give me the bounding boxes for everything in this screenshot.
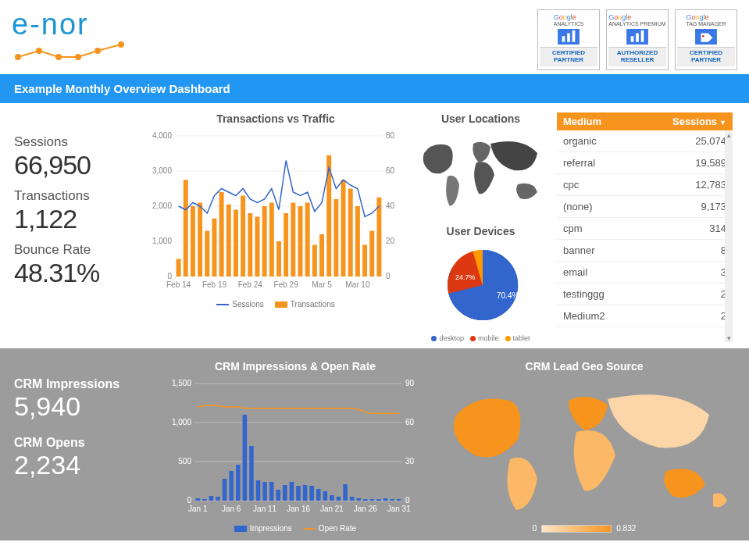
badge-analytics-partner: Google ANALYTICS CERTIFIEDPARTNER: [537, 9, 600, 70]
svg-rect-85: [229, 471, 234, 501]
crm-impressions-chart[interactable]: CRM Impressions & Open Rate 05001,0001,5…: [166, 360, 424, 533]
cell-medium: testinggg: [557, 284, 636, 305]
analytics-icon: [626, 29, 649, 45]
svg-rect-84: [223, 479, 227, 501]
sort-desc-icon: ▼: [719, 119, 726, 127]
medium-sessions-table[interactable]: Medium Sessions▼ organic25,074referral19…: [557, 112, 733, 342]
svg-point-1: [36, 48, 42, 54]
svg-rect-101: [337, 497, 341, 501]
svg-rect-58: [362, 245, 367, 277]
svg-rect-39: [226, 205, 231, 276]
tag-icon: [694, 29, 718, 45]
badge-analytics-reseller: Google ANALYTICS PREMIUM AUTHORIZEDRESEL…: [606, 9, 669, 70]
svg-rect-92: [276, 490, 280, 501]
table-row[interactable]: cpc12,783: [557, 174, 733, 196]
svg-rect-41: [241, 196, 245, 277]
table-row[interactable]: testinggg2: [557, 284, 733, 305]
combo-chart-svg: 01,0002,0003,0004,000020406080Feb 14Feb …: [147, 130, 405, 294]
svg-rect-13: [641, 30, 644, 42]
svg-text:0: 0: [167, 272, 172, 280]
color-scale-icon: [541, 525, 612, 533]
cell-medium: referral: [557, 152, 636, 174]
svg-rect-49: [298, 206, 303, 276]
crm-panel: CRM Impressions 5,940 CRM Opens 2,234 CR…: [0, 348, 749, 540]
svg-text:1,500: 1,500: [172, 379, 191, 387]
svg-rect-89: [256, 480, 261, 501]
svg-rect-12: [636, 34, 639, 42]
svg-rect-43: [255, 217, 260, 277]
cell-sessions: 25,074: [636, 130, 733, 152]
svg-rect-90: [262, 482, 267, 501]
svg-rect-56: [348, 189, 353, 277]
svg-text:1,000: 1,000: [152, 237, 172, 245]
svg-text:30: 30: [405, 457, 415, 465]
svg-rect-46: [276, 241, 281, 276]
logo-squiggle-icon: [12, 40, 137, 63]
world-map-icon[interactable]: [412, 130, 549, 216]
kpi-bounce-label: Bounce Rate: [14, 242, 139, 258]
table-row[interactable]: Medium22: [557, 305, 733, 327]
svg-rect-95: [296, 486, 301, 501]
svg-text:Feb 19: Feb 19: [202, 280, 227, 289]
scroll-up-icon[interactable]: ▴: [725, 131, 733, 139]
svg-text:Feb 24: Feb 24: [238, 280, 263, 289]
cell-sessions: 8: [636, 240, 733, 262]
kpi-sessions-value: 66,950: [14, 150, 139, 180]
cell-sessions: 2: [636, 284, 733, 305]
header: e-nor Google ANALYTICS CERTIFIEDPARTNER …: [0, 0, 749, 74]
svg-text:Feb 29: Feb 29: [274, 280, 299, 289]
kpi-crm-impressions-label: CRM Impressions: [14, 377, 159, 391]
svg-text:500: 500: [178, 457, 191, 465]
svg-rect-107: [376, 499, 381, 501]
table-row[interactable]: banner8: [557, 240, 733, 262]
svg-rect-9: [572, 30, 576, 42]
svg-rect-91: [269, 482, 274, 501]
svg-point-16: [702, 35, 704, 37]
svg-rect-96: [303, 485, 308, 501]
svg-rect-97: [309, 486, 314, 501]
svg-text:60: 60: [405, 418, 415, 426]
svg-text:0: 0: [405, 496, 410, 505]
badge-tag-manager: Google TAG MANAGER CERTIFIEDPARTNER: [675, 9, 737, 70]
svg-rect-82: [209, 496, 214, 501]
svg-rect-105: [363, 499, 368, 501]
svg-text:20: 20: [386, 237, 395, 245]
cell-sessions: 314: [636, 218, 733, 240]
dashboard-title-bar: Example Monthly Overview Dashboard: [0, 74, 749, 103]
table-row[interactable]: email3: [557, 262, 733, 284]
table-scrollbar[interactable]: ▴ ▾: [725, 131, 733, 342]
svg-rect-110: [397, 499, 401, 501]
table-row[interactable]: organic25,074: [557, 130, 733, 152]
svg-rect-88: [249, 446, 254, 501]
logo: e-nor: [12, 8, 137, 66]
svg-text:Jan 21: Jan 21: [320, 505, 344, 513]
svg-rect-100: [330, 495, 334, 501]
svg-rect-8: [567, 34, 570, 42]
overview-panel: Sessions 66,950 Transactions 1,122 Bounc…: [0, 103, 749, 348]
svg-text:Jan 11: Jan 11: [253, 505, 276, 513]
svg-rect-7: [562, 36, 565, 41]
pie-chart[interactable]: 70.4% 24.7%: [412, 242, 549, 328]
svg-rect-93: [283, 485, 287, 501]
table-header-medium[interactable]: Medium: [557, 112, 636, 130]
pie-legend: desktop mobile tablet: [412, 334, 549, 342]
table-row[interactable]: referral19,589: [557, 152, 733, 174]
svg-rect-102: [343, 484, 348, 501]
kpi-sessions-label: Sessions: [14, 134, 139, 150]
svg-text:1,000: 1,000: [172, 418, 191, 426]
cell-sessions: 19,589: [636, 152, 733, 174]
table-header-sessions[interactable]: Sessions▼: [636, 112, 733, 130]
svg-rect-87: [243, 415, 248, 501]
cell-medium: (none): [557, 196, 636, 218]
table-row[interactable]: cpm314: [557, 218, 733, 240]
table-row[interactable]: (none)9,173: [557, 196, 733, 218]
crm-chart-svg: 05001,0001,5000306090Jan 1Jan 6Jan 11Jan…: [166, 377, 424, 518]
svg-rect-40: [234, 210, 238, 277]
cell-medium: email: [557, 262, 636, 284]
crm-chart-title: CRM Impressions & Open Rate: [166, 360, 424, 373]
scroll-down-icon[interactable]: ▾: [725, 334, 733, 342]
svg-rect-80: [196, 498, 201, 501]
svg-rect-81: [202, 499, 207, 501]
transactions-vs-traffic-chart[interactable]: Transactions vs Traffic 01,0002,0003,000…: [147, 112, 405, 342]
crm-geo-chart[interactable]: CRM Lead Geo Source 0 0.832: [432, 360, 737, 533]
